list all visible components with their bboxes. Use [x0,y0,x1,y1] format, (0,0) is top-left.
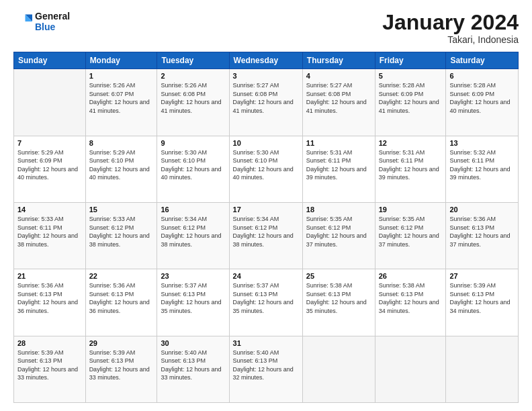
day-number: 19 [379,205,443,214]
day-number: 27 [449,272,515,280]
logo-text: General Blue [35,11,70,32]
day-info: Sunrise: 5:40 AMSunset: 6:13 PMDaylight:… [233,349,299,382]
week-row-1: 1Sunrise: 5:26 AMSunset: 6:07 PMDaylight… [14,69,519,136]
day-info: Sunrise: 5:37 AMSunset: 6:13 PMDaylight:… [161,281,225,315]
day-info: Sunrise: 5:38 AMSunset: 6:13 PMDaylight:… [379,281,443,315]
day-number: 25 [306,272,371,280]
day-info: Sunrise: 5:37 AMSunset: 6:13 PMDaylight:… [233,281,299,315]
day-number: 14 [17,205,82,214]
day-number: 29 [89,339,154,347]
day-info: Sunrise: 5:39 AMSunset: 6:13 PMDaylight:… [449,281,515,315]
day-info: Sunrise: 5:28 AMSunset: 6:09 PMDaylight:… [449,81,515,115]
day-info: Sunrise: 5:30 AMSunset: 6:10 PMDaylight:… [161,148,225,182]
cell-3-2: 15Sunrise: 5:33 AMSunset: 6:12 PMDayligh… [85,202,157,269]
header-sunday: Sunday [14,52,86,69]
day-number: 30 [161,339,225,347]
cell-3-3: 16Sunrise: 5:34 AMSunset: 6:12 PMDayligh… [157,202,229,269]
cell-1-7: 6Sunrise: 5:28 AMSunset: 6:09 PMDaylight… [446,69,519,136]
day-info: Sunrise: 5:26 AMSunset: 6:07 PMDaylight:… [89,81,154,115]
cell-4-1: 21Sunrise: 5:36 AMSunset: 6:13 PMDayligh… [14,269,86,336]
day-number: 12 [379,139,443,147]
cell-2-7: 13Sunrise: 5:32 AMSunset: 6:11 PMDayligh… [446,136,519,202]
cell-5-3: 30Sunrise: 5:40 AMSunset: 6:13 PMDayligh… [157,336,229,402]
day-info: Sunrise: 5:40 AMSunset: 6:13 PMDaylight:… [161,349,225,382]
cell-2-2: 8Sunrise: 5:29 AMSunset: 6:10 PMDaylight… [85,136,157,202]
cell-2-5: 11Sunrise: 5:31 AMSunset: 6:11 PMDayligh… [302,136,375,202]
day-number: 18 [306,205,371,214]
cell-2-1: 7Sunrise: 5:29 AMSunset: 6:09 PMDaylight… [14,136,86,202]
header-thursday: Thursday [302,52,375,69]
day-number: 23 [161,272,225,280]
day-number: 1 [89,72,154,80]
week-row-5: 28Sunrise: 5:39 AMSunset: 6:13 PMDayligh… [14,336,519,402]
cell-5-6 [375,336,446,402]
day-number: 6 [449,72,515,80]
cell-5-2: 29Sunrise: 5:39 AMSunset: 6:13 PMDayligh… [85,336,157,402]
day-number: 8 [89,139,154,147]
day-number: 10 [233,139,299,147]
day-number: 17 [233,205,299,214]
header-saturday: Saturday [446,52,519,69]
day-number: 16 [161,205,225,214]
day-number: 3 [233,72,299,80]
cell-1-2: 1Sunrise: 5:26 AMSunset: 6:07 PMDaylight… [85,69,157,136]
cell-4-2: 22Sunrise: 5:36 AMSunset: 6:13 PMDayligh… [85,269,157,336]
day-number: 24 [233,272,299,280]
day-info: Sunrise: 5:27 AMSunset: 6:08 PMDaylight:… [306,81,371,115]
calendar-body: 1Sunrise: 5:26 AMSunset: 6:07 PMDaylight… [14,69,519,403]
day-number: 26 [379,272,443,280]
cell-1-5: 4Sunrise: 5:27 AMSunset: 6:08 PMDaylight… [302,69,375,136]
day-info: Sunrise: 5:33 AMSunset: 6:11 PMDaylight:… [17,215,82,248]
day-number: 11 [306,139,371,147]
day-info: Sunrise: 5:38 AMSunset: 6:13 PMDaylight:… [306,281,371,315]
cell-1-4: 3Sunrise: 5:27 AMSunset: 6:08 PMDaylight… [229,69,302,136]
weekday-header-row: Sunday Monday Tuesday Wednesday Thursday… [14,52,519,69]
week-row-4: 21Sunrise: 5:36 AMSunset: 6:13 PMDayligh… [14,269,519,336]
cell-4-7: 27Sunrise: 5:39 AMSunset: 6:13 PMDayligh… [446,269,519,336]
cell-3-4: 17Sunrise: 5:34 AMSunset: 6:12 PMDayligh… [229,202,302,269]
cell-5-1: 28Sunrise: 5:39 AMSunset: 6:13 PMDayligh… [14,336,86,402]
title-area: January 2024 Takari, Indonesia [382,11,519,45]
month-title: January 2024 [382,11,519,34]
day-number: 31 [233,339,299,347]
day-info: Sunrise: 5:35 AMSunset: 6:12 PMDaylight:… [306,215,371,248]
cell-4-5: 25Sunrise: 5:38 AMSunset: 6:13 PMDayligh… [302,269,375,336]
cell-2-3: 9Sunrise: 5:30 AMSunset: 6:10 PMDaylight… [157,136,229,202]
day-number: 4 [306,72,371,80]
header-monday: Monday [85,52,157,69]
day-number: 9 [161,139,225,147]
day-info: Sunrise: 5:31 AMSunset: 6:11 PMDaylight:… [306,148,371,182]
day-number: 15 [89,205,154,214]
header-wednesday: Wednesday [229,52,302,69]
header: General Blue January 2024 Takari, Indone… [13,11,519,45]
day-number: 20 [449,205,515,214]
day-number: 21 [17,272,82,280]
day-number: 22 [89,272,154,280]
day-info: Sunrise: 5:28 AMSunset: 6:09 PMDaylight:… [379,81,443,115]
cell-5-4: 31Sunrise: 5:40 AMSunset: 6:13 PMDayligh… [229,336,302,402]
day-info: Sunrise: 5:39 AMSunset: 6:13 PMDaylight:… [17,349,82,382]
calendar-table: Sunday Monday Tuesday Wednesday Thursday… [13,52,519,403]
week-row-3: 14Sunrise: 5:33 AMSunset: 6:11 PMDayligh… [14,202,519,269]
day-info: Sunrise: 5:30 AMSunset: 6:10 PMDaylight:… [233,148,299,182]
cell-4-4: 24Sunrise: 5:37 AMSunset: 6:13 PMDayligh… [229,269,302,336]
day-number: 13 [449,139,515,147]
day-info: Sunrise: 5:36 AMSunset: 6:13 PMDaylight:… [89,281,154,315]
day-info: Sunrise: 5:29 AMSunset: 6:09 PMDaylight:… [17,148,82,182]
cell-3-1: 14Sunrise: 5:33 AMSunset: 6:11 PMDayligh… [14,202,86,269]
cell-3-5: 18Sunrise: 5:35 AMSunset: 6:12 PMDayligh… [302,202,375,269]
day-info: Sunrise: 5:39 AMSunset: 6:13 PMDaylight:… [89,349,154,382]
cell-1-3: 2Sunrise: 5:26 AMSunset: 6:08 PMDaylight… [157,69,229,136]
cell-4-3: 23Sunrise: 5:37 AMSunset: 6:13 PMDayligh… [157,269,229,336]
day-info: Sunrise: 5:32 AMSunset: 6:11 PMDaylight:… [449,148,515,182]
day-info: Sunrise: 5:34 AMSunset: 6:12 PMDaylight:… [233,215,299,248]
day-info: Sunrise: 5:26 AMSunset: 6:08 PMDaylight:… [161,81,225,115]
cell-2-6: 12Sunrise: 5:31 AMSunset: 6:11 PMDayligh… [375,136,446,202]
cell-3-6: 19Sunrise: 5:35 AMSunset: 6:12 PMDayligh… [375,202,446,269]
cell-5-7 [446,336,519,402]
day-info: Sunrise: 5:36 AMSunset: 6:13 PMDaylight:… [449,215,515,248]
day-info: Sunrise: 5:29 AMSunset: 6:10 PMDaylight:… [89,148,154,182]
day-number: 5 [379,72,443,80]
cell-5-5 [302,336,375,402]
location: Takari, Indonesia [382,34,519,45]
